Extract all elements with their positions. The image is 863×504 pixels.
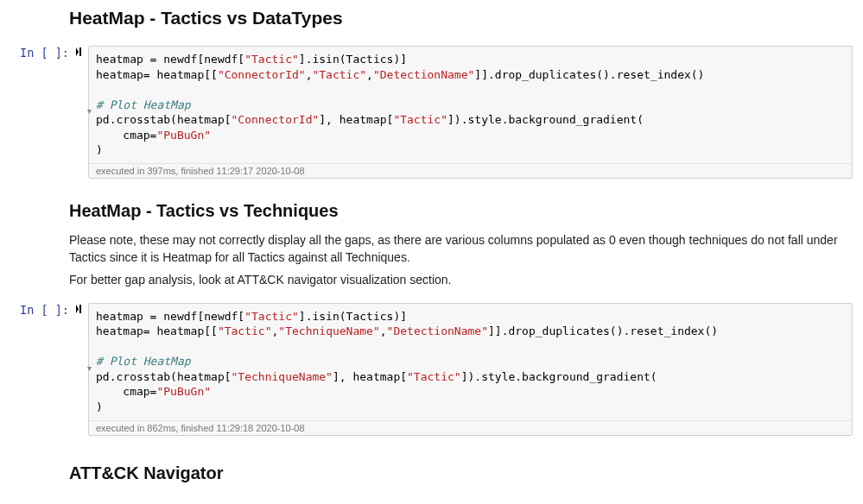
markdown-cell: Generate Navigator Layer Json file — [0, 498, 863, 504]
markdown-cell: HeatMap - Tactics vs Techniques Please n… — [0, 183, 863, 299]
execution-info: executed in 397ms, finished 11:29:17 202… — [89, 163, 852, 178]
run-cell-control[interactable] — [69, 299, 88, 440]
run-icon[interactable] — [76, 47, 81, 56]
run-cell-control[interactable] — [69, 41, 88, 183]
input-prompt: In [ ]: — [0, 41, 69, 183]
prompt — [0, 183, 69, 299]
run-icon[interactable] — [76, 305, 81, 313]
prompt — [0, 0, 69, 41]
code-input-area[interactable]: ▾ heatmap = newdf[newdf["Tactic"].isin(T… — [88, 303, 853, 436]
code-cell: In [ ]: ▾ heatmap = newdf[newdf["Tactic"… — [0, 41, 863, 183]
execution-info: executed in 862ms, finished 11:29:18 202… — [89, 420, 852, 435]
section-heading: HeatMap - Tactics vs DataTypes — [69, 8, 853, 28]
markdown-cell: HeatMap - Tactics vs DataTypes — [0, 0, 863, 41]
notebook: HeatMap - Tactics vs DataTypes In [ ]: ▾… — [0, 0, 863, 504]
code-input-area[interactable]: ▾ heatmap = newdf[newdf["Tactic"].isin(T… — [88, 46, 853, 179]
markdown-cell: ATT&CK Navigator — [0, 440, 863, 498]
paragraph: For better gap analysis, look at ATT&CK … — [69, 271, 853, 288]
code-text[interactable]: heatmap = newdf[newdf["Tactic"].isin(Tac… — [96, 309, 847, 415]
code-text[interactable]: heatmap = newdf[newdf["Tactic"].isin(Tac… — [96, 52, 847, 158]
fold-marker-icon[interactable]: ▾ — [87, 107, 92, 116]
fold-marker-icon[interactable]: ▾ — [87, 364, 92, 373]
input-prompt: In [ ]: — [0, 299, 69, 440]
prompt — [0, 498, 69, 504]
code-cell: In [ ]: ▾ heatmap = newdf[newdf["Tactic"… — [0, 299, 863, 440]
section-heading: ATT&CK Navigator — [69, 463, 853, 483]
paragraph: Please note, these may not correctly dis… — [69, 231, 853, 267]
prompt — [0, 440, 69, 498]
section-heading: HeatMap - Tactics vs Techniques — [69, 201, 853, 221]
